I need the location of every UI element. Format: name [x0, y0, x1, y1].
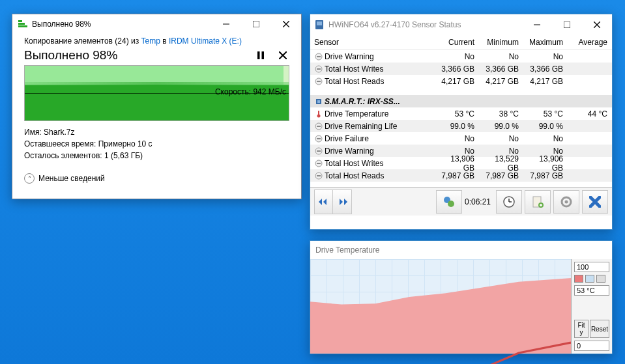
- series-color-blue[interactable]: [585, 275, 594, 283]
- sensor-value: No: [523, 52, 567, 61]
- sensor-value: 3,366 GB: [478, 64, 523, 74]
- hwinfo-titlebar[interactable]: HWiNFO64 v6.27-4170 Sensor Status: [310, 14, 612, 35]
- series-color-swatches[interactable]: [574, 275, 609, 283]
- nav-back-button[interactable]: [315, 190, 333, 214]
- sensor-value: 53 °C: [523, 109, 567, 119]
- close-button[interactable]: [271, 14, 301, 34]
- sensor-value: 99.0 %: [478, 122, 523, 131]
- dest-folder-link[interactable]: IRDM Ultimate X (E:): [169, 36, 242, 46]
- sensor-value: 7,987 GB: [523, 171, 567, 180]
- temperature-chart[interactable]: [310, 259, 572, 354]
- nav-forward-button[interactable]: [333, 190, 351, 214]
- maximize-button[interactable]: [241, 14, 271, 34]
- hwinfo-toolbar: 0:06:21: [310, 187, 612, 216]
- sensor-grid-header[interactable]: Sensor Current Minimum Maximum Average: [310, 35, 612, 50]
- sensor-row[interactable]: Total Host Writes3,366 GB3,366 GB3,366 G…: [310, 63, 612, 75]
- pause-button[interactable]: [254, 49, 267, 62]
- svg-rect-14: [564, 21, 570, 28]
- sensor-row[interactable]: Total Host Writes13,906 GB13,529 GB13,90…: [310, 157, 612, 169]
- drive-temperature-window: Drive Temperature Fit y Reset: [310, 240, 613, 354]
- svg-rect-7: [257, 51, 260, 59]
- exit-button[interactable]: [582, 190, 608, 214]
- svg-point-49: [565, 200, 568, 203]
- minimize-button[interactable]: [211, 14, 241, 34]
- sensor-value: 3,366 GB: [434, 64, 478, 74]
- sensor-value: 4,217 GB: [523, 77, 567, 86]
- sensor-label: Drive Temperature: [325, 109, 388, 119]
- close-button[interactable]: [582, 15, 612, 35]
- y-max-input[interactable]: [574, 262, 609, 272]
- sensor-label: Total Host Writes: [325, 64, 383, 74]
- source-folder-link[interactable]: Temp: [141, 36, 160, 46]
- col-sensor[interactable]: Sensor: [310, 38, 434, 47]
- clock-button[interactable]: [496, 190, 522, 214]
- refresh-button[interactable]: [436, 190, 462, 214]
- sensor-row[interactable]: Drive Temperature53 °C38 °C53 °C44 °C: [310, 107, 612, 120]
- sensor-row[interactable]: Drive FailureNoNoNo: [310, 132, 612, 145]
- copy-time-remaining: Оставшееся время: Примерно 10 с: [24, 138, 289, 150]
- col-current[interactable]: Current: [434, 38, 478, 47]
- sensor-grid-body[interactable]: Drive WarningNoNoNoTotal Host Writes3,36…: [310, 50, 612, 187]
- svg-rect-0: [18, 25, 27, 27]
- minus-icon: [314, 64, 323, 74]
- sensor-row[interactable]: Total Host Reads7,987 GB7,987 GB7,987 GB: [310, 169, 612, 182]
- minus-icon: [314, 122, 323, 131]
- reset-button[interactable]: Reset: [590, 320, 609, 338]
- svg-rect-1: [18, 23, 25, 25]
- sensor-value: 53 °C: [434, 109, 478, 119]
- sensor-value: 7,987 GB: [478, 171, 523, 180]
- col-minimum[interactable]: Minimum: [478, 38, 523, 47]
- svg-rect-12: [317, 21, 322, 25]
- sensor-value: 4,217 GB: [434, 77, 478, 86]
- less-details-toggle[interactable]: ˄ Меньше сведений: [24, 173, 289, 184]
- temp-titlebar[interactable]: Drive Temperature: [310, 241, 612, 259]
- copy-source-line: Копирование элементов (24) из Temp в IRD…: [24, 36, 289, 46]
- series-color-red[interactable]: [574, 275, 583, 283]
- sensor-value: 99.0 %: [523, 122, 567, 131]
- y-current-input[interactable]: [574, 285, 609, 296]
- sensor-row[interactable]: Drive Remaining Life99.0 %99.0 %99.0 %: [310, 120, 612, 132]
- maximize-button[interactable]: [552, 15, 582, 35]
- copy-item-name: Имя: Shark.7z: [24, 126, 289, 138]
- log-button[interactable]: [525, 190, 551, 214]
- sensor-value: No: [478, 134, 523, 143]
- sensor-label: S.M.A.R.T.: IRX-SS...: [325, 97, 400, 106]
- sensor-value: No: [434, 134, 478, 143]
- sensor-value: 7,987 GB: [434, 171, 478, 180]
- sensor-value: No: [523, 134, 567, 143]
- sensor-label: Total Host Reads: [325, 77, 384, 86]
- sensor-value: 44 °C: [567, 109, 611, 119]
- copy-speed-graph[interactable]: Скорость: 942 МБ/с: [24, 65, 289, 121]
- sensor-section-header[interactable]: S.M.A.R.T.: IRX-SS...: [310, 95, 612, 107]
- minimize-button[interactable]: [522, 15, 552, 35]
- col-average[interactable]: Average: [567, 38, 611, 47]
- y-min-input[interactable]: [574, 341, 609, 351]
- nav-pair: [314, 189, 352, 214]
- sensor-value: 99.0 %: [434, 122, 478, 131]
- fit-y-button[interactable]: Fit y: [574, 320, 589, 338]
- copy-title: Выполнено 98%: [32, 20, 211, 29]
- sensor-row[interactable]: Drive WarningNoNoNo: [310, 50, 612, 63]
- sensor-value: 3,366 GB: [523, 64, 567, 74]
- sensor-value: 13,529 GB: [478, 154, 523, 173]
- temp-title: Drive Temperature: [315, 245, 612, 255]
- svg-rect-2: [18, 20, 22, 22]
- copy-speed-label: Скорость: 942 МБ/с: [215, 87, 286, 96]
- sensor-row[interactable]: Total Host Reads4,217 GB4,217 GB4,217 GB: [310, 75, 612, 87]
- sensor-value: 4,217 GB: [478, 77, 523, 86]
- minus-icon: [314, 171, 323, 180]
- series-color-gray[interactable]: [596, 275, 605, 283]
- settings-button[interactable]: [553, 190, 579, 214]
- minus-icon: [314, 52, 323, 61]
- copy-progress-icon: [18, 19, 28, 29]
- sensor-value: No: [478, 52, 523, 61]
- cancel-copy-button[interactable]: [276, 49, 289, 62]
- copy-titlebar[interactable]: Выполнено 98%: [12, 14, 301, 34]
- minus-icon: [314, 77, 323, 86]
- svg-rect-4: [253, 21, 259, 27]
- svg-rect-24: [317, 100, 320, 103]
- chip-icon: [314, 97, 323, 106]
- sensor-label: Drive Failure: [325, 134, 369, 143]
- svg-rect-8: [262, 51, 265, 59]
- col-maximum[interactable]: Maximum: [523, 38, 567, 47]
